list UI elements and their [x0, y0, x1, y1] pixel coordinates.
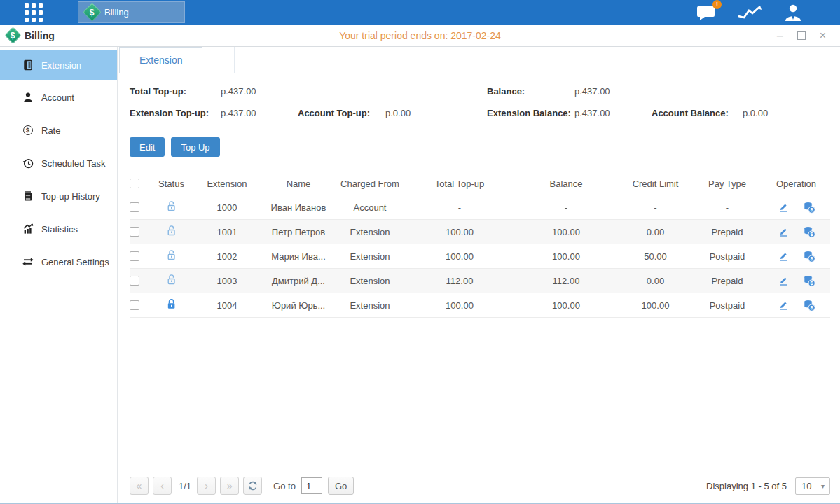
balance-cell: 100.00: [514, 227, 619, 237]
extension-topup-label: Extension Top-up:: [130, 108, 221, 118]
status-cell: [151, 298, 191, 312]
row-checkbox[interactable]: [130, 227, 139, 237]
table-row: 1003Дмитрий Д...Extension112.00112.000.0…: [130, 269, 830, 293]
rate-icon: $: [22, 125, 34, 135]
name-cell: Дмитрий Д...: [263, 276, 334, 286]
status-cell: [151, 200, 191, 214]
row-checkbox[interactable]: [130, 300, 139, 310]
first-page-button[interactable]: «: [130, 477, 149, 495]
pay-type-cell: Postpaid: [692, 300, 762, 311]
balance-cell: 112.00: [514, 276, 619, 286]
notifications-icon[interactable]: !: [696, 4, 717, 21]
table-row: 1001Петр ПетровExtension100.00100.000.00…: [130, 220, 830, 244]
edit-button[interactable]: Edit: [130, 137, 165, 157]
col-operation: Operation: [762, 178, 830, 189]
taskbar-tab-label: Billing: [104, 7, 129, 18]
topup-icon[interactable]: $: [803, 226, 815, 238]
name-cell: Мария Ива...: [263, 251, 334, 262]
select-all-checkbox[interactable]: [130, 178, 139, 188]
row-checkbox[interactable]: [130, 276, 139, 286]
balance-summary: Total Top-up: p.437.00 Balance: p.437.00…: [130, 80, 830, 124]
sidebar-item-general-settings[interactable]: General Settings: [0, 246, 117, 278]
topup-icon[interactable]: $: [803, 300, 815, 312]
sidebar-item-label: Top-up History: [41, 191, 100, 202]
sidebar-item-label: Scheduled Task: [41, 158, 106, 169]
sidebar-item-extension[interactable]: Extension: [0, 50, 117, 80]
total-topup-cell: 100.00: [406, 251, 514, 262]
row-checkbox[interactable]: [130, 251, 139, 261]
next-page-button[interactable]: ›: [197, 477, 216, 495]
minimize-icon[interactable]: –: [777, 30, 783, 41]
extension-balance-label: Extension Balance:: [487, 108, 574, 118]
page-size-select[interactable]: 10 ▾: [795, 477, 830, 495]
table-row: 1002Мария Ива...Extension100.00100.0050.…: [130, 244, 830, 269]
maximize-icon[interactable]: [797, 31, 806, 40]
trial-notice: Your trial period ends on: 2017-02-24: [0, 30, 840, 41]
scheduled-task-icon: [22, 158, 34, 169]
unlocked-icon: [165, 249, 177, 261]
extension-balance-value: p.437.00: [574, 108, 652, 118]
extension-topup-value: p.437.00: [221, 108, 298, 118]
balance-cell: 100.00: [514, 251, 619, 262]
total-topup-cell: 100.00: [406, 227, 514, 237]
sidebar-item-topup-history[interactable]: Top-up History: [0, 180, 117, 212]
extension-cell: 1004: [191, 300, 263, 311]
credit-limit-cell: 50.00: [619, 251, 692, 262]
extension-cell: 1000: [191, 202, 263, 213]
col-pay-type: Pay Type: [692, 178, 762, 189]
last-page-button[interactable]: »: [220, 477, 239, 495]
col-balance: Balance: [514, 178, 619, 189]
topup-icon[interactable]: $: [803, 251, 815, 262]
total-topup-cell: 100.00: [406, 300, 514, 311]
prev-page-button[interactable]: ‹: [153, 477, 172, 495]
pay-type-cell: Prepaid: [692, 227, 762, 237]
sidebar-item-statistics[interactable]: Statistics: [0, 213, 117, 245]
user-account-icon[interactable]: [783, 4, 804, 22]
name-cell: Петр Петров: [263, 227, 334, 237]
operation-cell: $: [762, 275, 830, 287]
account-balance-value: p.0.00: [743, 108, 830, 118]
edit-icon[interactable]: [778, 275, 789, 286]
topup-icon[interactable]: $: [803, 202, 815, 214]
close-icon[interactable]: ×: [820, 30, 826, 41]
edit-icon[interactable]: [778, 251, 789, 262]
extension-cell: 1001: [191, 227, 263, 237]
unlocked-icon: [165, 200, 177, 212]
account-topup-value: p.0.00: [385, 108, 487, 118]
tab-strip: Extension: [118, 47, 840, 74]
credit-limit-cell: 100.00: [619, 300, 692, 311]
operation-cell: $: [762, 300, 830, 312]
table-row: 1000Иван ИвановAccount----$: [130, 195, 830, 220]
col-credit-limit: Credit Limit: [619, 178, 692, 189]
taskbar-tab-billing[interactable]: $ Billing: [78, 1, 185, 23]
col-total-topup: Total Top-up: [406, 178, 514, 189]
app-grid-icon[interactable]: [25, 4, 48, 22]
pay-type-cell: Prepaid: [692, 276, 762, 286]
credit-limit-cell: -: [619, 202, 692, 213]
sidebar-item-account[interactable]: Account: [0, 81, 117, 113]
goto-page-input[interactable]: [301, 477, 322, 494]
topup-icon[interactable]: $: [803, 275, 815, 287]
main-panel: Extension Total Top-up: p.437.00 Balance…: [118, 47, 840, 503]
total-topup-label: Total Top-up:: [130, 86, 221, 97]
edit-icon[interactable]: [778, 202, 789, 213]
charged-from-cell: Account: [334, 202, 406, 213]
edit-icon[interactable]: [778, 226, 789, 237]
sidebar-item-label: Statistics: [41, 224, 78, 234]
account-icon: [22, 92, 34, 103]
sidebar-item-rate[interactable]: $ Rate: [0, 114, 117, 146]
sidebar-item-label: Rate: [41, 125, 60, 136]
edit-icon[interactable]: [778, 300, 789, 311]
topup-button[interactable]: Top Up: [171, 137, 219, 157]
account-balance-label: Account Balance:: [652, 108, 743, 118]
pay-type-cell: Postpaid: [692, 251, 762, 262]
row-checkbox[interactable]: [130, 202, 139, 212]
col-extension: Extension: [191, 178, 263, 189]
tab-extension[interactable]: Extension: [119, 47, 202, 74]
statistics-chart-icon[interactable]: [737, 4, 762, 21]
total-topup-cell: 112.00: [406, 276, 514, 286]
refresh-button[interactable]: [243, 477, 262, 495]
extension-icon: [22, 59, 34, 71]
go-button[interactable]: Go: [328, 477, 354, 495]
sidebar-item-scheduled-task[interactable]: Scheduled Task: [0, 147, 117, 179]
